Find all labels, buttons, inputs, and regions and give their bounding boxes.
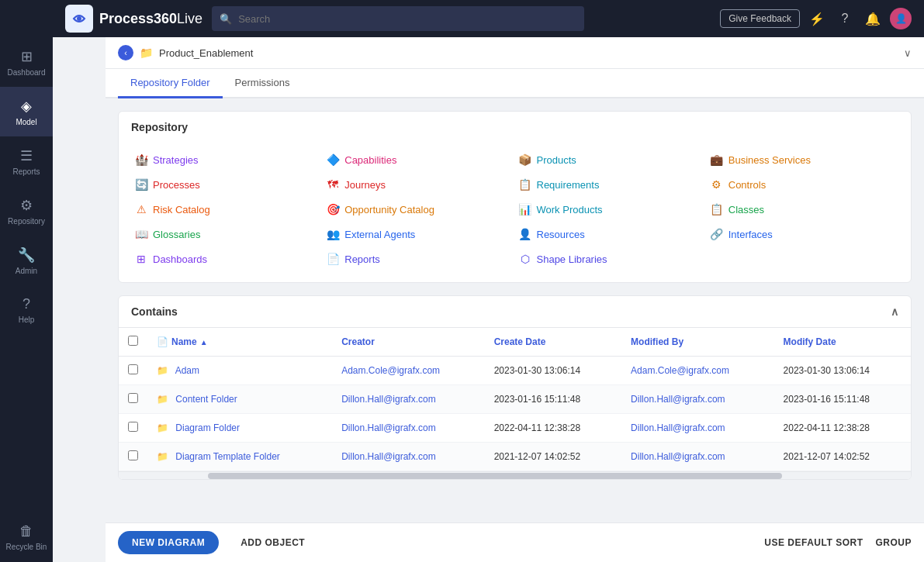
row-name-link[interactable]: Content Folder [175,394,237,405]
sidebar-item-admin[interactable]: 🔧 Admin [0,236,53,285]
user-avatar[interactable]: 👤 [890,8,912,29]
sidebar-label-recycle: Recycle Bin [6,543,47,551]
breadcrumb-expand-icon[interactable]: ∨ [904,47,912,59]
col-create-date: Create Date [485,328,621,357]
repository-grid: 🏰 Strategies 🔷 Capabilities 📦 Products 💼… [119,143,911,282]
table-row: 📁 Content Folder Dillon.Hall@igrafx.com … [119,385,911,414]
risk-catalog-icon: ⚠ [134,203,148,215]
repo-item-requirements[interactable]: 📋 Requirements [515,174,707,195]
shape-libraries-label: Shape Libraries [537,253,607,265]
journeys-label: Journeys [344,179,386,191]
col-modify-date: Modify Date [774,328,911,357]
repo-item-controls[interactable]: ⚙ Controls [707,174,898,195]
contains-table: 📄 Name ▲ Creator Create Date Modified By… [119,328,911,471]
sidebar-item-model[interactable]: ◈ Model [0,87,53,136]
sidebar-label-reports: Reports [12,167,40,176]
repo-item-journeys[interactable]: 🗺 Journeys [323,174,514,195]
row-create-date: 2023-01-16 15:11:48 [485,385,621,414]
reports-icon: ☰ [20,147,33,164]
journeys-icon: 🗺 [326,178,340,191]
row-modified-by: Dillon.Hall@igrafx.com [621,385,774,414]
repo-item-classes[interactable]: 📋 Classes [707,198,898,220]
app-title: Process360Live [99,11,202,27]
lightning-icon[interactable]: ⚡ [806,8,828,29]
row-name: 📁 Content Folder [147,385,332,414]
repo-item-opportunity-catalog[interactable]: 🎯 Opportunity Catalog [323,198,514,220]
row-name-link[interactable]: Diagram Template Folder [175,451,280,462]
repo-item-capabilities[interactable]: 🔷 Capabilities [323,149,514,171]
sidebar-item-repository[interactable]: ⚙ Repository [0,186,53,236]
row-create-date: 2022-04-11 12:38:28 [485,414,621,443]
content-area: Repository 🏰 Strategies 🔷 Capabilities 📦… [106,98,924,522]
select-all-checkbox[interactable] [128,336,138,346]
row-name: 📁 Diagram Template Folder [147,443,332,471]
row-name-link[interactable]: Adam [175,365,199,376]
svg-point-0 [77,16,81,21]
admin-icon: 🔧 [18,247,35,264]
row-checkbox[interactable] [128,422,138,432]
group-button[interactable]: GROUP [875,537,912,548]
bottom-toolbar: NEW DIAGRAM ADD OBJECT USE DEFAULT SORT … [106,522,924,562]
glossaries-label: Glossaries [153,229,200,240]
sidebar-item-help[interactable]: ? Help [0,285,53,335]
products-label: Products [537,154,576,166]
row-checkbox-cell [119,443,147,471]
row-checkbox[interactable] [128,393,138,403]
contains-collapse-icon[interactable]: ∧ [891,305,898,318]
table-row: 📁 Adam Adam.Cole@igrafx.com 2023-01-30 1… [119,357,911,385]
repo-item-resources[interactable]: 👤 Resources [515,223,707,245]
repo-item-business-services[interactable]: 💼 Business Services [707,149,898,171]
capabilities-label: Capabilities [344,154,396,166]
repo-item-processes[interactable]: 🔄 Processes [131,174,323,195]
row-name-link[interactable]: Diagram Folder [175,422,240,433]
breadcrumb-folder-icon: 📁 [140,47,153,59]
search-bar[interactable]: 🔍 [212,6,584,31]
sidebar-item-dashboard[interactable]: ⊞ Dashboard [0,37,53,87]
row-modified-by: Dillon.Hall@igrafx.com [621,443,774,471]
notifications-icon[interactable]: 🔔 [862,8,884,29]
repo-item-glossaries[interactable]: 📖 Glossaries [131,223,323,245]
use-default-sort-button[interactable]: USE DEFAULT SORT [764,537,863,548]
horizontal-scrollbar[interactable] [119,471,911,479]
repo-item-interfaces[interactable]: 🔗 Interfaces [707,223,898,245]
controls-icon: ⚙ [710,178,724,191]
tab-repository-folder[interactable]: Repository Folder [118,69,223,98]
help-icon[interactable]: ? [834,8,856,29]
tabs-bar: Repository Folder Permissions [106,69,924,98]
requirements-icon: 📋 [518,178,532,191]
add-object-button[interactable]: ADD OBJECT [231,531,314,554]
new-diagram-button[interactable]: NEW DIAGRAM [118,531,219,554]
repo-item-risk-catalog[interactable]: ⚠ Risk Catalog [131,198,323,220]
row-checkbox-cell [119,385,147,414]
row-checkbox[interactable] [128,450,138,460]
sidebar-item-recycle[interactable]: 🗑 Recycle Bin [0,512,53,562]
repo-item-strategies[interactable]: 🏰 Strategies [131,149,323,171]
repo-item-dashboards[interactable]: ⊞ Dashboards [131,248,323,270]
repo-item-reports[interactable]: 📄 Reports [323,248,514,270]
business-services-icon: 💼 [710,153,724,166]
search-input[interactable] [238,13,576,25]
col-creator: Creator [332,328,485,357]
repo-item-work-products[interactable]: 📊 Work Products [515,198,707,220]
repo-item-shape-libraries[interactable]: ⬡ Shape Libraries [515,248,707,270]
search-icon: 🔍 [220,13,232,25]
processes-icon: 🔄 [134,178,148,191]
give-feedback-button[interactable]: Give Feedback [720,9,800,28]
breadcrumb-back-button[interactable]: ‹ [118,45,133,60]
requirements-label: Requirements [537,179,600,191]
col-modified-by: Modified By [621,328,774,357]
external-agents-label: External Agents [344,229,415,240]
opportunity-catalog-icon: 🎯 [326,203,340,215]
tab-permissions[interactable]: Permissions [223,69,303,98]
recycle-icon: 🗑 [19,523,33,540]
sidebar-item-reports[interactable]: ☰ Reports [0,136,53,186]
folder-icon: 📁 [157,451,168,462]
repo-item-products[interactable]: 📦 Products [515,149,707,171]
row-modified-by: Dillon.Hall@igrafx.com [621,414,774,443]
main-content: ‹ 📁 Product_Enablement ∨ Repository Fold… [106,37,924,562]
sort-asc-icon: ▲ [200,338,208,347]
row-checkbox[interactable] [128,364,138,374]
row-creator: Adam.Cole@igrafx.com [332,357,485,385]
repo-item-external-agents[interactable]: 👥 External Agents [323,223,514,245]
table-row: 📁 Diagram Folder Dillon.Hall@igrafx.com … [119,414,911,443]
